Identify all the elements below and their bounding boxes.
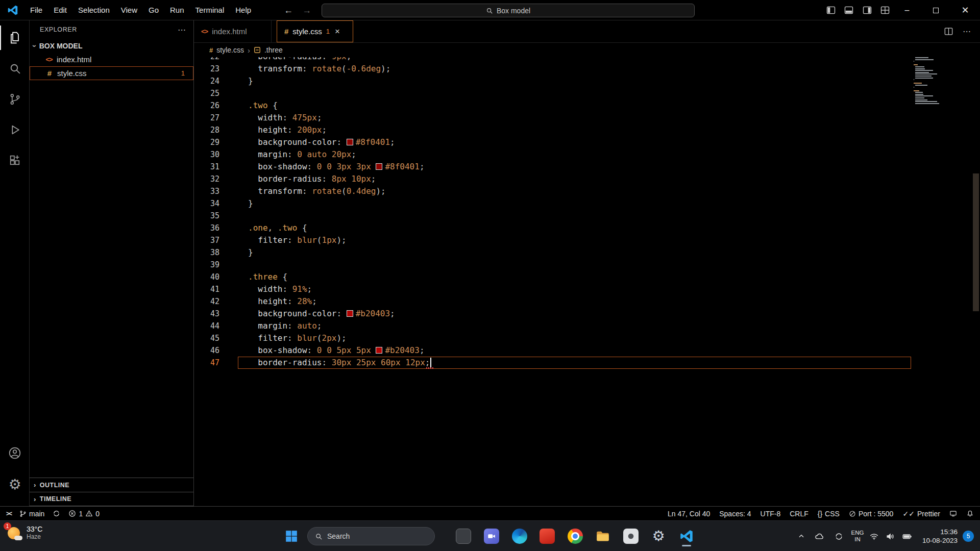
line-content[interactable]: } xyxy=(248,75,253,87)
code-line-31[interactable]: 31 box-shadow: 0 0 3px 3px #8f0401; xyxy=(194,161,980,173)
git-branch-item[interactable]: main xyxy=(19,510,44,518)
menu-selection[interactable]: Selection xyxy=(72,0,115,20)
line-content[interactable]: height: 28%; xyxy=(248,295,317,308)
line-number[interactable]: 45 xyxy=(194,334,219,343)
line-content[interactable]: } xyxy=(248,246,253,259)
code-line-30[interactable]: 30 margin: 0 auto 20px; xyxy=(194,148,980,161)
teams-chat-button[interactable] xyxy=(480,525,503,547)
code-line-23[interactable]: 23 transform: rotate(-0.6deg); xyxy=(194,63,980,75)
line-content[interactable]: height: 200px; xyxy=(248,124,327,136)
line-content[interactable]: filter: blur(2px); xyxy=(248,332,347,344)
language-mode-item[interactable]: {} CSS xyxy=(818,510,840,518)
prettier-item[interactable]: ✓✓ Prettier xyxy=(902,510,940,518)
line-number[interactable]: 34 xyxy=(194,199,219,208)
screencast-icon[interactable] xyxy=(949,510,957,517)
code-line-28[interactable]: 28 height: 200px; xyxy=(194,124,980,136)
line-content[interactable]: } xyxy=(248,197,253,210)
chrome-button[interactable] xyxy=(564,525,586,547)
remote-indicator-icon[interactable]: >< xyxy=(6,510,11,517)
problems-item[interactable]: 1 0 xyxy=(68,510,100,518)
cursor-position-item[interactable]: Ln 47, Col 40 xyxy=(668,510,710,518)
menu-go[interactable]: Go xyxy=(143,0,164,20)
explorer-activity-icon[interactable] xyxy=(0,26,30,50)
file-index-html[interactable]: <> index.html xyxy=(30,53,193,66)
toggle-sidebar-icon[interactable] xyxy=(826,5,836,15)
line-content[interactable]: .two { xyxy=(248,99,278,112)
settings-button[interactable]: ⚙ xyxy=(647,525,670,547)
line-number[interactable]: 26 xyxy=(194,101,219,110)
encoding-item[interactable]: UTF-8 xyxy=(761,510,781,518)
code-line-37[interactable]: 37 filter: blur(1px); xyxy=(194,234,980,246)
line-number[interactable]: 41 xyxy=(194,285,219,294)
outline-section[interactable]: › OUTLINE xyxy=(30,478,193,492)
taskbar-clock[interactable]: 15:36 10-08-2023 xyxy=(922,528,958,545)
line-number[interactable]: 33 xyxy=(194,187,219,196)
line-number[interactable]: 37 xyxy=(194,236,219,245)
menu-run[interactable]: Run xyxy=(164,0,190,20)
light-app-button[interactable] xyxy=(620,525,642,547)
wifi-icon[interactable] xyxy=(866,532,883,541)
line-number[interactable]: 38 xyxy=(194,248,219,257)
task-view-button[interactable] xyxy=(452,525,475,547)
toggle-panel-icon[interactable] xyxy=(844,5,854,15)
code-line-36[interactable]: 36.one, .two { xyxy=(194,222,980,234)
code-line-22[interactable]: 22 border-radius: 9px; xyxy=(194,57,980,63)
vscode-taskbar-button[interactable] xyxy=(675,525,698,547)
menu-terminal[interactable]: Terminal xyxy=(190,0,230,20)
accounts-icon[interactable] xyxy=(0,441,30,465)
line-number[interactable]: 28 xyxy=(194,126,219,135)
folder-box-model[interactable]: › BOX MODEL xyxy=(30,39,193,53)
line-content[interactable]: background-color: #8f0401; xyxy=(248,136,395,148)
code-line-25[interactable]: 25 xyxy=(194,87,980,99)
code-line-41[interactable]: 41 width: 91%; xyxy=(194,283,980,295)
code-line-29[interactable]: 29 background-color: #8f0401; xyxy=(194,136,980,148)
hidden-icons-chevron[interactable] xyxy=(793,532,810,540)
line-number[interactable]: 36 xyxy=(194,223,219,233)
breadcrumb-symbol[interactable]: .three xyxy=(264,46,283,54)
line-content[interactable]: filter: blur(1px); xyxy=(248,234,347,246)
line-content[interactable]: .three { xyxy=(248,271,287,283)
code-line-34[interactable]: 34} xyxy=(194,197,980,210)
volume-icon[interactable] xyxy=(883,532,899,541)
code-line-43[interactable]: 43 background-color: #b20403; xyxy=(194,308,980,320)
line-number[interactable]: 47 xyxy=(194,358,219,367)
line-number[interactable]: 39 xyxy=(194,260,219,269)
code-line-32[interactable]: 32 border-radius: 8px 10px; xyxy=(194,173,980,185)
menu-edit[interactable]: Edit xyxy=(48,0,72,20)
line-number[interactable]: 44 xyxy=(194,321,219,331)
code-line-42[interactable]: 42 height: 28%; xyxy=(194,295,980,308)
menu-view[interactable]: View xyxy=(115,0,143,20)
taskbar-search[interactable]: Search xyxy=(307,527,435,545)
start-button[interactable] xyxy=(280,525,303,547)
line-content[interactable]: background-color: #b20403; xyxy=(248,308,395,320)
scrollbar-thumb[interactable] xyxy=(973,173,979,311)
line-number[interactable]: 27 xyxy=(194,113,219,122)
code-line-39[interactable]: 39 xyxy=(194,259,980,271)
line-number[interactable]: 32 xyxy=(194,174,219,184)
line-content[interactable]: margin: 0 auto 20px; xyxy=(248,148,356,161)
line-number[interactable]: 35 xyxy=(194,211,219,220)
toggle-secondary-sidebar-icon[interactable] xyxy=(862,5,872,15)
maximize-button[interactable] xyxy=(924,0,947,20)
more-actions-icon[interactable]: ⋯ xyxy=(178,25,186,35)
line-content[interactable]: margin: auto; xyxy=(248,320,322,332)
code-line-26[interactable]: 26.two { xyxy=(194,99,980,112)
onedrive-cloud-icon[interactable] xyxy=(810,532,829,541)
notification-count-badge[interactable]: 5 xyxy=(963,531,974,542)
close-tab-icon[interactable]: × xyxy=(335,27,340,37)
color-swatch[interactable] xyxy=(376,347,382,354)
code-line-45[interactable]: 45 filter: blur(2px); xyxy=(194,332,980,344)
line-content[interactable]: transform: rotate(0.4deg); xyxy=(248,185,386,197)
battery-icon[interactable] xyxy=(899,531,916,542)
line-number[interactable]: 40 xyxy=(194,272,219,282)
run-debug-activity-icon[interactable] xyxy=(0,117,30,142)
line-number[interactable]: 43 xyxy=(194,309,219,318)
line-content[interactable]: width: 475px; xyxy=(248,112,322,124)
code-line-27[interactable]: 27 width: 475px; xyxy=(194,112,980,124)
code-line-47[interactable]: 47 border-radius: 30px 25px 60px 12px; xyxy=(194,357,980,369)
eol-item[interactable]: CRLF xyxy=(790,510,808,518)
code-line-44[interactable]: 44 margin: auto; xyxy=(194,320,980,332)
line-content[interactable]: box-shadow: 0 0 3px 3px #8f0401; xyxy=(248,161,425,173)
settings-gear-icon[interactable]: ⚙ xyxy=(0,472,30,497)
breadcrumb-file[interactable]: style.css xyxy=(216,46,244,54)
